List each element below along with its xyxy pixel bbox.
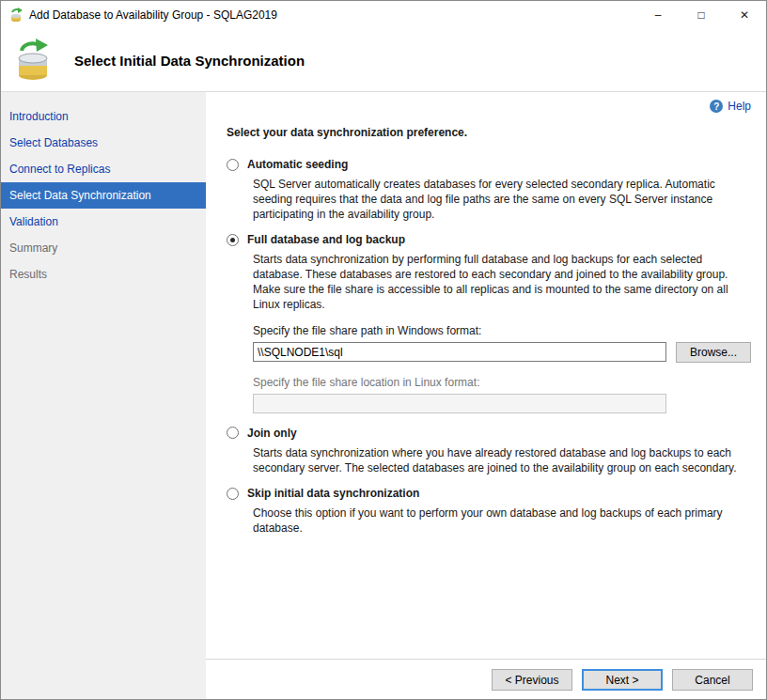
linux-file-share-label: Specify the file share location in Linux… bbox=[253, 376, 751, 389]
wizard-steps-sidebar: Introduction Select Databases Connect to… bbox=[1, 92, 206, 700]
close-icon[interactable]: ✕ bbox=[723, 1, 766, 29]
option-label-full-backup: Full database and log backup bbox=[247, 233, 405, 246]
option-label-skip-sync: Skip initial data synchronization bbox=[247, 487, 419, 500]
sidebar-item-select-databases[interactable]: Select Databases bbox=[1, 130, 206, 156]
option-desc-full-backup: Starts data synchronization by performin… bbox=[253, 253, 751, 312]
sidebar-item-select-data-synchronization[interactable]: Select Data Synchronization bbox=[1, 182, 206, 209]
previous-button[interactable]: < Previous bbox=[492, 669, 572, 691]
windows-file-share-input[interactable] bbox=[253, 342, 666, 362]
linux-file-share-group: Specify the file share location in Linux… bbox=[253, 376, 751, 413]
content-panel: ? Help Select your data synchronization … bbox=[206, 92, 766, 659]
radio-row-skip-sync[interactable]: Skip initial data synchronization bbox=[227, 487, 751, 500]
option-desc-join-only: Starts data synchronization where you ha… bbox=[253, 446, 751, 476]
option-label-join-only: Join only bbox=[247, 427, 297, 440]
option-desc-automatic-seeding: SQL Server automatically creates databas… bbox=[253, 178, 751, 222]
option-full-backup: Full database and log backup Starts data… bbox=[227, 233, 751, 412]
radio-row-automatic-seeding[interactable]: Automatic seeding bbox=[227, 158, 751, 171]
page-title: Select Initial Data Synchronization bbox=[74, 53, 305, 69]
linux-file-share-input bbox=[253, 394, 666, 413]
help-link[interactable]: Help bbox=[728, 100, 751, 113]
wizard-window: Add Database to Availability Group - SQL… bbox=[0, 0, 767, 700]
titlebar: Add Database to Availability Group - SQL… bbox=[1, 1, 766, 29]
radio-row-full-backup[interactable]: Full database and log backup bbox=[227, 233, 751, 246]
radio-automatic-seeding[interactable] bbox=[227, 159, 239, 171]
help-icon: ? bbox=[710, 100, 723, 113]
app-icon bbox=[8, 8, 23, 23]
option-join-only: Join only Starts data synchronization wh… bbox=[227, 427, 751, 476]
window-title: Add Database to Availability Group - SQL… bbox=[29, 8, 636, 22]
next-button[interactable]: Next > bbox=[582, 669, 663, 691]
radio-skip-sync[interactable] bbox=[227, 488, 239, 500]
radio-row-join-only[interactable]: Join only bbox=[227, 427, 751, 440]
option-desc-skip-sync: Choose this option if you want to perfor… bbox=[253, 506, 751, 537]
option-skip-sync: Skip initial data synchronization Choose… bbox=[227, 487, 751, 537]
wizard-header: Select Initial Data Synchronization bbox=[1, 29, 766, 92]
windows-file-share-group: Specify the file share path in Windows f… bbox=[253, 324, 751, 363]
windows-file-share-label: Specify the file share path in Windows f… bbox=[253, 324, 751, 337]
radio-full-backup[interactable] bbox=[227, 234, 239, 246]
maximize-icon[interactable]: □ bbox=[680, 1, 723, 29]
cancel-button[interactable]: Cancel bbox=[672, 669, 753, 691]
radio-join-only[interactable] bbox=[227, 427, 239, 439]
window-controls: – □ ✕ bbox=[636, 1, 766, 29]
browse-button[interactable]: Browse... bbox=[676, 342, 751, 363]
wizard-footer: < Previous Next > Cancel bbox=[206, 659, 766, 700]
option-label-automatic-seeding: Automatic seeding bbox=[247, 158, 348, 171]
sidebar-item-validation[interactable]: Validation bbox=[1, 209, 206, 235]
sidebar-item-connect-to-replicas[interactable]: Connect to Replicas bbox=[1, 156, 206, 182]
sidebar-item-introduction[interactable]: Introduction bbox=[1, 103, 206, 130]
option-automatic-seeding: Automatic seeding SQL Server automatical… bbox=[227, 158, 751, 222]
sidebar-item-results: Results bbox=[1, 261, 206, 288]
minimize-icon[interactable]: – bbox=[636, 1, 680, 29]
sidebar-item-summary: Summary bbox=[1, 235, 206, 261]
sync-preference-instruction: Select your data synchronization prefere… bbox=[227, 126, 751, 139]
availability-group-database-icon bbox=[10, 38, 55, 83]
